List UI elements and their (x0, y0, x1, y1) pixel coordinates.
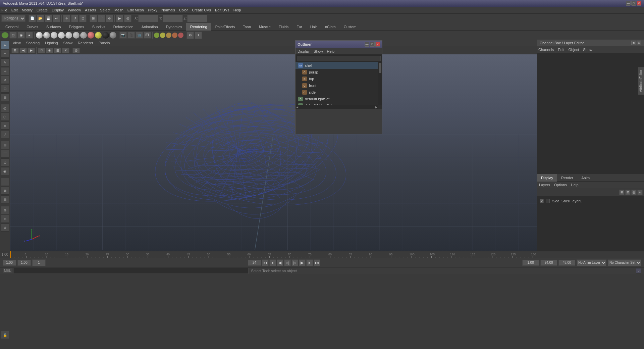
menu-edit-uvs[interactable]: Edit UVs (215, 8, 229, 12)
tab-ncloth[interactable]: nCloth (321, 23, 340, 31)
menu-edit-mesh[interactable]: Edit Mesh (127, 8, 144, 12)
playback-frame-input[interactable] (522, 260, 539, 266)
y-input[interactable] (163, 15, 183, 22)
outliner-vscroll-thumb[interactable] (379, 63, 381, 73)
snap-live[interactable]: ◉ (1, 167, 9, 175)
step-back-btn[interactable]: ⏴ (269, 259, 276, 266)
snap-grid-btn[interactable]: ⊞ (1, 141, 9, 149)
new-btn[interactable]: 📄 (29, 15, 36, 22)
material-ball-dark[interactable] (102, 32, 109, 39)
snap-grid[interactable]: ⊞ (90, 15, 97, 22)
vp-shaded[interactable]: ◉ (46, 48, 53, 53)
tab-curves[interactable]: Curves (22, 23, 42, 31)
material-ball-default[interactable] (36, 32, 43, 39)
tab-rendering[interactable]: Rendering (186, 23, 211, 31)
redirect[interactable]: ↗ (1, 130, 9, 138)
le-menu-layers[interactable]: Layers (539, 183, 550, 187)
material-ball-yellow[interactable] (95, 32, 102, 39)
undo-btn[interactable]: ↩ (53, 15, 60, 22)
outliner-scroll-left[interactable]: ◀ (296, 106, 298, 109)
icon-shading2[interactable]: ⊡ (9, 32, 17, 39)
cb-icon2[interactable]: ⊞ (637, 41, 641, 45)
paint-select[interactable]: ✎ (1, 58, 9, 66)
material-ball-colored[interactable] (88, 32, 94, 39)
menu-display[interactable]: Display (52, 8, 64, 12)
ipr-btn[interactable]: ◎ (124, 15, 131, 22)
rp-tab-display[interactable]: Display (537, 174, 557, 182)
menu-color[interactable]: Color (179, 8, 188, 12)
next-key-btn[interactable]: ▶ (299, 259, 306, 266)
le-toolbar-1[interactable]: ⊞ (619, 190, 625, 195)
snap-point[interactable]: ⊙ (106, 15, 113, 22)
vp-texture[interactable]: ▦ (54, 48, 61, 53)
outliner-show-menu[interactable]: Show (314, 49, 323, 53)
viewport-lighting[interactable]: Lighting (45, 41, 58, 45)
material-ball-4[interactable] (58, 32, 65, 39)
tab-animation[interactable]: Animation (138, 23, 162, 31)
outliner-display-menu[interactable]: Display (298, 49, 310, 53)
current-frame-display[interactable]: 1 (32, 259, 46, 266)
sculpt-tool[interactable]: ⬡ (1, 113, 9, 121)
outliner-minimize[interactable]: — (365, 42, 369, 47)
cb-menu-edit[interactable]: Edit (558, 48, 564, 52)
tab-subdivs[interactable]: Subdivs (88, 23, 109, 31)
icon-misc2[interactable]: ✦ (195, 32, 202, 39)
cb-menu-channels[interactable]: Channels (538, 48, 554, 52)
le-toolbar-3[interactable]: ◎ (631, 190, 637, 195)
render-layer[interactable]: ⊠ (1, 187, 9, 195)
viewport-show[interactable]: Show (63, 41, 73, 45)
viewport-renderer[interactable]: Renderer (78, 41, 93, 45)
tab-fluids[interactable]: Fluids (275, 23, 292, 31)
outliner-item-top[interactable]: C top (296, 76, 382, 82)
layer-color-swatch[interactable] (546, 199, 550, 203)
tab-painteffects[interactable]: PaintEffects (211, 23, 239, 31)
move-tool[interactable]: ✛ (1, 67, 9, 75)
viewport-panels[interactable]: Panels (99, 41, 110, 45)
material-ball-7[interactable] (80, 32, 87, 39)
menu-window[interactable]: Window (68, 8, 81, 12)
x-input[interactable] (138, 15, 158, 22)
end-frame-input[interactable] (248, 260, 261, 266)
scale-tool[interactable]: ⊡ (1, 85, 9, 93)
icon-camera2[interactable]: 🎥 (127, 32, 135, 39)
maximize-button[interactable]: □ (631, 1, 636, 6)
icon-shading3[interactable]: ◉ (17, 32, 25, 39)
icon-camera1[interactable]: 📷 (119, 32, 127, 39)
goto-start-btn[interactable]: ⏮ (262, 259, 269, 266)
timeline-canvas[interactable] (10, 251, 537, 258)
3d-viewport[interactable]: .wire { stroke: #3a4a9a; stroke-width: 0… (10, 54, 537, 251)
icon-misc1[interactable]: ⚙ (186, 32, 194, 39)
le-menu-options[interactable]: Options (554, 183, 567, 187)
anim-layer-dropdown[interactable]: No Anim Layer (577, 259, 606, 266)
open-btn[interactable]: 📂 (37, 15, 44, 22)
le-menu-help[interactable]: Help (571, 183, 579, 187)
material-ball-mid[interactable] (110, 32, 116, 39)
prev-key-btn[interactable]: ◀ (277, 259, 283, 266)
cb-menu-object[interactable]: Object (568, 48, 579, 52)
menu-proxy[interactable]: Proxy (148, 8, 157, 12)
minimize-button[interactable]: — (626, 1, 631, 6)
vp-isolate[interactable]: ◎ (72, 48, 80, 53)
rp-tab-render[interactable]: Render (557, 174, 577, 182)
menu-create-uvs[interactable]: Create UVs (192, 8, 211, 12)
timeline-numbers[interactable] (10, 251, 537, 258)
outliner-close[interactable]: ✕ (375, 42, 380, 47)
rp-tab-anim[interactable]: Anim (577, 174, 594, 182)
outliner-item-persp[interactable]: C persp (296, 69, 382, 76)
menu-file[interactable]: File (1, 8, 7, 12)
tab-muscle[interactable]: Muscle (255, 23, 275, 31)
misc3[interactable]: ⊗ (1, 223, 9, 232)
tab-hair[interactable]: Hair (306, 23, 321, 31)
menu-create[interactable]: Create (37, 8, 48, 12)
status-icon-1[interactable]: ? (636, 268, 641, 273)
tab-surfaces[interactable]: Surfaces (42, 23, 65, 31)
misc2[interactable]: ⊕ (1, 215, 9, 223)
render-btn[interactable]: ▶ (116, 15, 123, 22)
snap-curve-btn[interactable]: ⌒ (1, 150, 9, 158)
light-btn-4[interactable] (172, 33, 177, 38)
vp-wireframe[interactable]: □ (38, 48, 45, 53)
icon-camera3[interactable]: 📹 (136, 32, 143, 39)
layer-row-shell[interactable]: V /Sea_Shell_layer1 (538, 198, 643, 204)
rotate-tool[interactable]: ↺ (1, 76, 9, 84)
menu-edit[interactable]: Edit (11, 8, 18, 12)
